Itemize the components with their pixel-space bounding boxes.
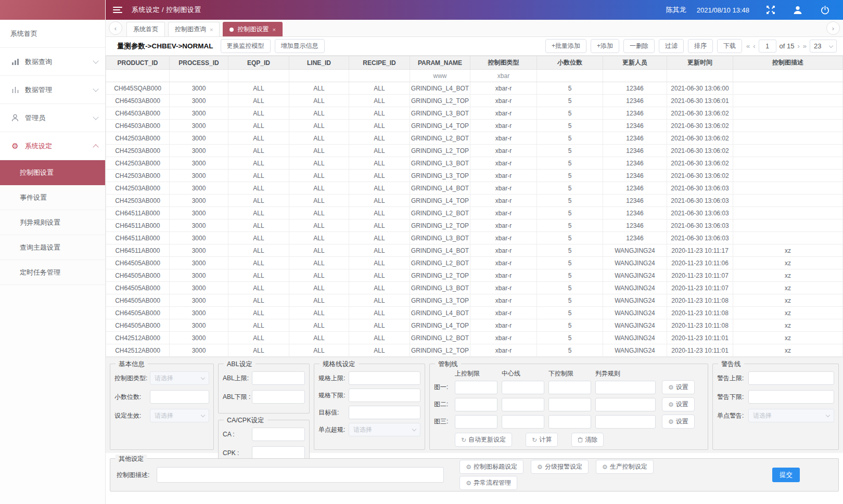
- prev-page-icon[interactable]: ‹: [753, 42, 755, 50]
- lcl-input[interactable]: [548, 381, 591, 394]
- decimals-input[interactable]: [150, 390, 209, 404]
- change-monitor-model-button[interactable]: 更换监控模型: [221, 39, 271, 53]
- table-row[interactable]: CH64505AB0003000ALLALLALLGRINDING_L3_BOT…: [106, 282, 843, 294]
- page-number-input[interactable]: [759, 40, 776, 53]
- filter-cell[interactable]: [537, 70, 603, 82]
- column-header[interactable]: EQP_ID: [228, 56, 289, 70]
- column-header[interactable]: PARAM_NAME: [410, 56, 470, 70]
- table-row[interactable]: CH42503AB0003000ALLALLALLGRINDING_L3_BOT…: [106, 157, 843, 170]
- tiered-alarm-setting-button[interactable]: ⚙分级报警设定: [531, 460, 589, 474]
- table-row[interactable]: CH64505AB0003000ALLALLALLGRINDING_L3_TOP…: [106, 294, 843, 307]
- filter-cell[interactable]: [603, 70, 667, 82]
- filter-cell[interactable]: xbar: [470, 70, 537, 82]
- judge-rule-input[interactable]: [595, 398, 656, 411]
- filter-cell[interactable]: [733, 70, 843, 82]
- judge-rule-input[interactable]: [595, 381, 656, 394]
- filter-cell[interactable]: [170, 70, 228, 82]
- single-point-warning-select[interactable]: 请选择: [748, 409, 834, 422]
- power-icon[interactable]: [819, 4, 831, 16]
- chart-type-select[interactable]: 请选择: [150, 371, 209, 385]
- column-header[interactable]: 更新人员: [603, 56, 667, 70]
- column-header[interactable]: PROCESS_ID: [170, 56, 228, 70]
- tabs-scroll-left-icon[interactable]: ‹: [109, 21, 122, 35]
- filter-cell[interactable]: [228, 70, 289, 82]
- table-row[interactable]: CH64505AB0003000ALLALLALLGRINDING_L2_BOT…: [106, 257, 843, 269]
- abnormal-flow-management-button[interactable]: ⚙异常流程管理: [459, 476, 517, 490]
- table-row[interactable]: CH64503AB0003000ALLALLALLGRINDING_L4_TOP…: [106, 120, 843, 132]
- table-row[interactable]: CH42512AB0003000ALLALLALLGRINDING_L2_BOT…: [106, 332, 843, 344]
- effective-select[interactable]: 请选择: [150, 409, 209, 422]
- sidebar-subitem-3[interactable]: 查询主题设置: [0, 235, 105, 260]
- abl-upper-input[interactable]: [252, 371, 305, 385]
- rule-set-button[interactable]: ⚙设置: [662, 397, 695, 411]
- sidebar-subitem-2[interactable]: 判异规则设置: [0, 210, 105, 235]
- auto-update-button[interactable]: ↻自动更新设定: [455, 433, 512, 447]
- warning-lower-input[interactable]: [748, 390, 834, 404]
- table-row[interactable]: CH42503AB0003000ALLALLALLGRINDING_L3_TOP…: [106, 170, 843, 182]
- lcl-input[interactable]: [548, 398, 591, 411]
- table-row[interactable]: CH64505AB0003000ALLALLALLGRINDING_L4_BOT…: [106, 307, 843, 319]
- ucl-input[interactable]: [455, 415, 497, 429]
- filter-cell[interactable]: www: [410, 70, 470, 82]
- clear-button[interactable]: 清除: [571, 433, 604, 447]
- tab-1[interactable]: 控制图查询×: [168, 22, 220, 36]
- sidebar-item-0[interactable]: 系统首页: [0, 20, 105, 48]
- filter-cell[interactable]: [349, 70, 410, 82]
- production-control-setting-button[interactable]: ⚙生产控制设定: [596, 460, 654, 474]
- column-header[interactable]: LINE_ID: [289, 56, 349, 70]
- column-header[interactable]: RECIPE_ID: [349, 56, 410, 70]
- table-row[interactable]: CH64511AB0003000ALLALLALLGRINDING_L4_BOT…: [106, 244, 843, 257]
- center-line-input[interactable]: [502, 398, 544, 411]
- sidebar-subitem-1[interactable]: 事件设置: [0, 185, 105, 210]
- filter-button[interactable]: 过滤: [659, 39, 684, 53]
- filter-cell[interactable]: [289, 70, 349, 82]
- add-button[interactable]: +添加: [591, 39, 619, 53]
- filter-cell[interactable]: [106, 70, 170, 82]
- menu-toggle-icon[interactable]: [113, 7, 122, 13]
- chart-title-setting-button[interactable]: ⚙控制图标题设定: [459, 460, 523, 474]
- tab-0[interactable]: 系统首页: [126, 22, 165, 36]
- table-row[interactable]: CH64511AB0003000ALLALLALLGRINDING_L2_BOT…: [106, 207, 843, 219]
- sort-button[interactable]: 排序: [688, 39, 713, 53]
- target-value-input[interactable]: [349, 406, 420, 419]
- single-point-oos-select[interactable]: 请选择: [349, 423, 420, 436]
- column-header[interactable]: 小数位数: [537, 56, 603, 70]
- user-profile-icon[interactable]: [792, 4, 803, 16]
- table-row[interactable]: CH64505AB0003000ALLALLALLGRINDING_L2_TOP…: [106, 269, 843, 282]
- sidebar-item-1[interactable]: 数据查询: [0, 48, 105, 76]
- batch-add-button[interactable]: +批量添加: [545, 39, 586, 53]
- rule-set-button[interactable]: ⚙设置: [662, 415, 695, 429]
- abl-lower-input[interactable]: [252, 390, 305, 404]
- spec-lower-input[interactable]: [349, 389, 420, 402]
- center-line-input[interactable]: [502, 381, 544, 394]
- table-row[interactable]: CH42503AB0003000ALLALLALLGRINDING_L4_BOT…: [106, 182, 843, 195]
- center-line-input[interactable]: [502, 415, 544, 429]
- last-page-icon[interactable]: »: [803, 42, 807, 50]
- close-tab-icon[interactable]: ×: [210, 27, 213, 33]
- download-button[interactable]: 下载: [717, 39, 742, 53]
- column-header[interactable]: 控制图类型: [470, 56, 537, 70]
- lcl-input[interactable]: [548, 415, 591, 429]
- table-row[interactable]: CH42503AB0003000ALLALLALLGRINDING_L2_TOP…: [106, 145, 843, 157]
- table-row[interactable]: CH64511AB0003000ALLALLALLGRINDING_L2_TOP…: [106, 219, 843, 232]
- table-row[interactable]: CH42512AB0003000ALLALLALLGRINDING_L2_TOP…: [106, 344, 843, 357]
- table-row[interactable]: CH64503AB0003000ALLALLALLGRINDING_L3_BOT…: [106, 107, 843, 120]
- table-row[interactable]: CH64511AB0003000ALLALLALLGRINDING_L3_BOT…: [106, 232, 843, 244]
- submit-button[interactable]: 提交: [772, 468, 800, 482]
- sidebar-subitem-0[interactable]: 控制图设置: [0, 160, 105, 185]
- delete-button[interactable]: 一删除: [623, 39, 655, 53]
- table-row[interactable]: CH42503AB0003000ALLALLALLGRINDING_L4_TOP…: [106, 195, 843, 207]
- next-page-icon[interactable]: ›: [797, 42, 799, 50]
- spec-upper-input[interactable]: [349, 371, 420, 385]
- judge-rule-input[interactable]: [595, 415, 656, 429]
- first-page-icon[interactable]: «: [746, 42, 750, 50]
- tab-2[interactable]: 控制图设置×: [223, 22, 282, 36]
- column-header[interactable]: PRODUCT_ID: [106, 56, 170, 70]
- ucl-input[interactable]: [455, 381, 497, 394]
- calculate-button[interactable]: ↻计算: [526, 433, 558, 447]
- close-tab-icon[interactable]: ×: [272, 27, 275, 33]
- table-row[interactable]: CH64503AB0003000ALLALLALLGRINDING_L2_TOP…: [106, 95, 843, 107]
- sidebar-subitem-4[interactable]: 定时任务管理: [0, 260, 105, 285]
- column-header[interactable]: 控制图描述: [733, 56, 843, 70]
- ucl-input[interactable]: [455, 398, 497, 411]
